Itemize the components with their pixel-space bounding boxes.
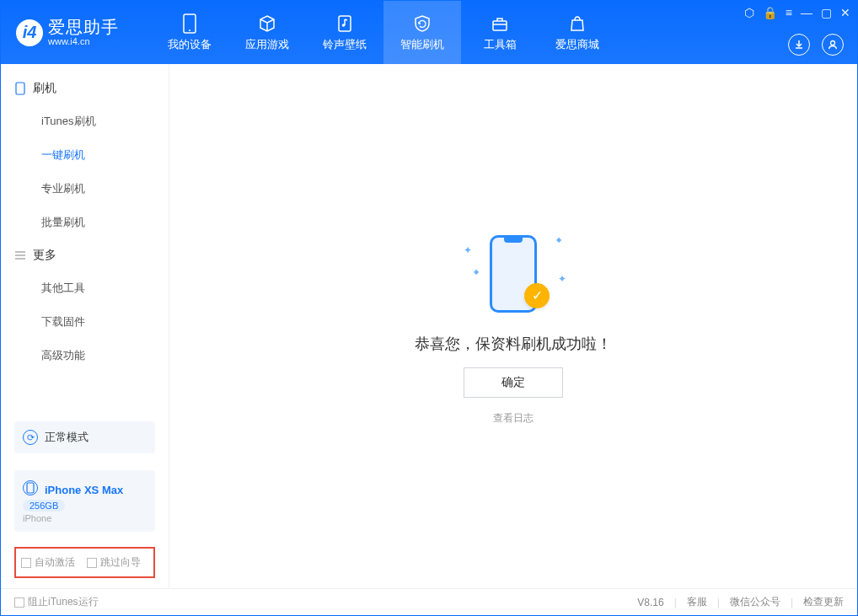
footer-link-support[interactable]: 客服 xyxy=(687,595,707,609)
logo-icon: i4 xyxy=(16,19,43,46)
svg-point-5 xyxy=(831,41,835,46)
toolbox-icon xyxy=(490,13,510,34)
device-storage-badge: 256GB xyxy=(23,500,65,512)
sparkle-icon: ✦ xyxy=(558,273,566,285)
divider: | xyxy=(791,597,793,608)
svg-rect-4 xyxy=(493,21,507,30)
user-icon[interactable] xyxy=(822,34,844,56)
checkbox-stop-itunes[interactable]: 阻止iTunes运行 xyxy=(14,595,99,609)
tab-label: 铃声壁纸 xyxy=(323,37,367,52)
tab-label: 我的设备 xyxy=(168,37,212,52)
svg-rect-7 xyxy=(27,483,34,493)
cube-icon xyxy=(257,13,277,34)
divider: | xyxy=(674,597,677,608)
device-name: iPhone XS Max xyxy=(45,484,123,496)
app-subtitle: www.i4.cn xyxy=(48,36,119,46)
checkbox-label-text: 跳过向导 xyxy=(100,555,141,570)
sidebar-section-more: 更多 xyxy=(1,239,169,271)
checkbox-icon xyxy=(87,558,97,568)
header-actions xyxy=(788,34,844,56)
device-mode-box: ⟳ 正常模式 xyxy=(14,421,155,453)
footer-left: 阻止iTunes运行 xyxy=(14,595,99,609)
checkbox-label-text: 阻止iTunes运行 xyxy=(28,595,99,609)
phone-small-icon xyxy=(23,480,38,495)
app-header: i4 爱思助手 www.i4.cn 我的设备 应用游戏 铃声壁纸 智能刷机 工具… xyxy=(1,1,857,64)
footer-right: V8.16 | 客服 | 微信公众号 | 检查更新 xyxy=(637,595,844,609)
app-title: 爱思助手 xyxy=(48,18,119,36)
window-controls: ⬡ 🔒 ≡ — ▢ ✕ xyxy=(744,6,850,19)
view-log-link[interactable]: 查看日志 xyxy=(493,411,534,426)
sidebar-item-oneclick-flash[interactable]: 一键刷机 xyxy=(1,138,169,172)
lock-icon[interactable]: 🔒 xyxy=(763,6,777,19)
refresh-shield-icon xyxy=(412,13,432,34)
menu-icon[interactable]: ≡ xyxy=(786,6,792,19)
logo-area: i4 爱思助手 www.i4.cn xyxy=(1,18,134,46)
sidebar-item-advanced[interactable]: 高级功能 xyxy=(1,339,169,372)
svg-point-1 xyxy=(189,29,190,31)
tab-ringtones[interactable]: 铃声壁纸 xyxy=(306,1,383,64)
checkbox-skip-guide[interactable]: 跳过向导 xyxy=(87,555,141,570)
tab-my-device[interactable]: 我的设备 xyxy=(151,1,228,64)
device-mode-label: 正常模式 xyxy=(45,430,88,445)
sidebar-item-other-tools[interactable]: 其他工具 xyxy=(1,271,169,305)
tab-label: 智能刷机 xyxy=(400,37,444,52)
tab-label: 应用游戏 xyxy=(245,37,289,52)
checkbox-icon xyxy=(14,597,24,608)
logo-text: 爱思助手 www.i4.cn xyxy=(48,18,119,46)
svg-rect-6 xyxy=(16,83,24,94)
section-title: 更多 xyxy=(33,248,56,263)
sidebar-scroll: 刷机 iTunes刷机 一键刷机 专业刷机 批量刷机 更多 其他工具 下载固件 … xyxy=(1,64,169,413)
success-message: 恭喜您，保资料刷机成功啦！ xyxy=(415,334,612,354)
mode-icon: ⟳ xyxy=(23,430,38,445)
body-area: 刷机 iTunes刷机 一键刷机 专业刷机 批量刷机 更多 其他工具 下载固件 … xyxy=(1,64,857,588)
section-title: 刷机 xyxy=(33,81,56,96)
checkbox-icon xyxy=(21,558,31,568)
device-info-box[interactable]: iPhone XS Max 256GB iPhone xyxy=(14,470,155,532)
svg-point-3 xyxy=(342,24,346,27)
sidebar: 刷机 iTunes刷机 一键刷机 专业刷机 批量刷机 更多 其他工具 下载固件 … xyxy=(1,64,169,588)
tab-label: 工具箱 xyxy=(484,37,517,52)
music-icon xyxy=(335,13,355,34)
close-icon[interactable]: ✕ xyxy=(840,6,850,19)
tab-flash[interactable]: 智能刷机 xyxy=(383,1,461,64)
checkmark-badge-icon: ✓ xyxy=(524,283,550,308)
sparkle-icon: ◆ xyxy=(556,236,561,244)
sidebar-item-itunes-flash[interactable]: iTunes刷机 xyxy=(1,104,169,138)
success-illustration: ✦ ◆ ◆ ✦ ✓ xyxy=(458,228,568,320)
confirm-button[interactable]: 确定 xyxy=(464,367,563,398)
options-highlight-box: 自动激活 跳过向导 xyxy=(14,547,155,578)
phone-outline-icon xyxy=(14,83,26,94)
checkbox-label-text: 自动激活 xyxy=(35,555,75,570)
tab-apps[interactable]: 应用游戏 xyxy=(228,1,306,64)
shirt-icon[interactable]: ⬡ xyxy=(744,6,754,19)
version-label: V8.16 xyxy=(637,597,663,608)
maximize-icon[interactable]: ▢ xyxy=(821,6,832,19)
tab-toolbox[interactable]: 工具箱 xyxy=(461,1,539,64)
bag-icon xyxy=(567,13,587,34)
footer: 阻止iTunes运行 V8.16 | 客服 | 微信公众号 | 检查更新 xyxy=(1,588,857,615)
sidebar-section-flash: 刷机 xyxy=(1,72,169,104)
footer-link-update[interactable]: 检查更新 xyxy=(803,595,844,609)
sidebar-item-batch-flash[interactable]: 批量刷机 xyxy=(1,206,169,239)
list-icon xyxy=(14,249,26,261)
main-tabs: 我的设备 应用游戏 铃声壁纸 智能刷机 工具箱 爱思商城 xyxy=(151,1,616,64)
device-type: iPhone xyxy=(23,513,147,523)
tab-label: 爱思商城 xyxy=(555,37,599,52)
minimize-icon[interactable]: — xyxy=(801,6,812,19)
sidebar-item-download-firmware[interactable]: 下载固件 xyxy=(1,305,169,339)
divider: | xyxy=(717,597,720,608)
sparkle-icon: ✦ xyxy=(464,244,472,256)
sidebar-item-pro-flash[interactable]: 专业刷机 xyxy=(1,172,169,206)
footer-link-wechat[interactable]: 微信公众号 xyxy=(730,595,780,609)
device-icon xyxy=(180,13,200,34)
tab-store[interactable]: 爱思商城 xyxy=(539,1,616,64)
download-icon[interactable] xyxy=(788,34,810,56)
sparkle-icon: ◆ xyxy=(474,268,479,276)
checkbox-auto-activate[interactable]: 自动激活 xyxy=(21,555,75,570)
main-content: ✦ ◆ ◆ ✦ ✓ 恭喜您，保资料刷机成功啦！ 确定 查看日志 xyxy=(169,64,857,588)
